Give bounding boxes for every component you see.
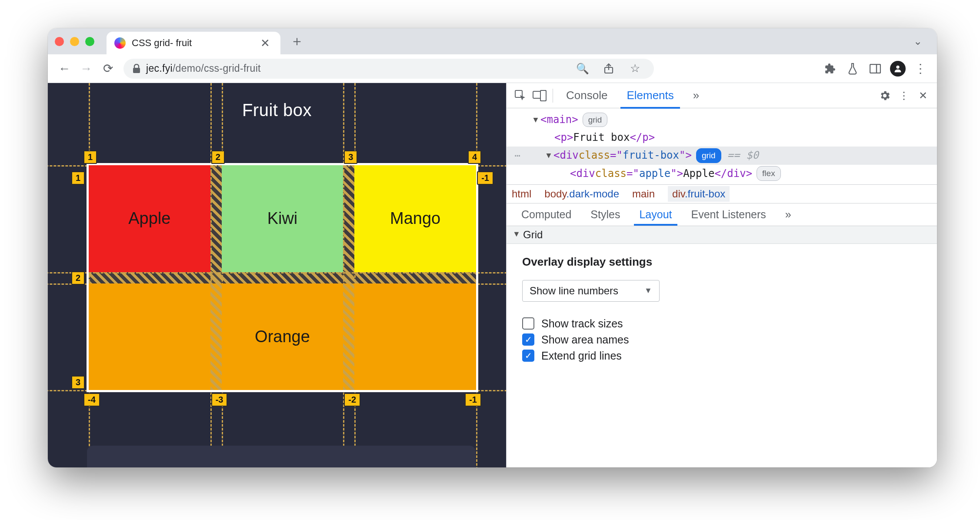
grid-badge[interactable]: grid	[583, 113, 608, 127]
line-number-chip: 4	[468, 150, 481, 164]
page-title: Fruit box	[48, 100, 506, 120]
tab-elements[interactable]: Elements	[617, 83, 683, 108]
share-icon[interactable]	[598, 58, 619, 79]
option-track-sizes[interactable]: Show track sizes	[522, 317, 921, 330]
grid-section-header[interactable]: ▼Grid	[507, 226, 937, 244]
more-subtabs-button[interactable]: »	[776, 204, 801, 225]
minimize-window-button[interactable]	[70, 37, 79, 46]
crumb-fruit-box[interactable]: div.fruit-box	[668, 186, 730, 202]
checkbox-checked[interactable]: ✓	[522, 333, 534, 346]
tabs-menu-button[interactable]: ⌄	[906, 35, 930, 47]
styles-subtabs: Computed Styles Layout Event Listeners »	[507, 203, 937, 226]
line-number-chip: 1	[71, 171, 85, 185]
toolbar: ← → ⟳ jec.fyi/demo/css-grid-fruit 🔍 ☆	[48, 54, 937, 83]
flex-badge[interactable]: flex	[757, 166, 781, 180]
inspect-element-icon[interactable]	[511, 86, 530, 105]
dom-row-main[interactable]: ▼<main>grid	[507, 111, 937, 129]
content-area: Fruit box Apple Kiwi Mango Orange	[48, 83, 937, 467]
line-number-chip: -2	[344, 393, 360, 407]
grid-line	[476, 83, 477, 467]
line-number-chip: 1	[83, 150, 97, 164]
line-number-chip: 3	[344, 150, 357, 164]
line-number-chip: -1	[465, 393, 481, 407]
rendered-page: Fruit box Apple Kiwi Mango Orange	[48, 83, 506, 467]
tab-strip: CSS grid- fruit ✕ ＋ ⌄	[48, 28, 937, 54]
svg-rect-7	[540, 90, 546, 101]
more-tabs-button[interactable]: »	[683, 83, 709, 108]
fullscreen-window-button[interactable]	[85, 37, 94, 46]
favicon-icon	[114, 37, 126, 49]
side-panel-button[interactable]	[865, 58, 886, 79]
labs-button[interactable]	[842, 58, 863, 79]
avatar-icon	[890, 61, 906, 77]
cell-apple: Apple	[89, 165, 210, 272]
cell-mango: Mango	[354, 165, 476, 272]
line-number-chip: 2	[211, 150, 225, 164]
crumb-html[interactable]: html	[512, 188, 531, 200]
breadcrumb: html body.dark-mode main div.fruit-box	[507, 184, 937, 203]
close-devtools-button[interactable]: ✕	[913, 86, 933, 105]
devtools-panel: Console Elements » ⋮ ✕ ▼<main>grid <p>Fr…	[506, 83, 937, 467]
close-window-button[interactable]	[55, 37, 64, 46]
devtools-tabs: Console Elements » ⋮ ✕	[507, 83, 937, 108]
line-number-chip: -3	[211, 393, 228, 407]
line-number-chip: -4	[83, 393, 100, 407]
grid-line	[48, 390, 506, 391]
svg-rect-0	[133, 68, 140, 73]
grid-overlay-stage: Apple Kiwi Mango Orange 1 2 3 4 1 2 3	[74, 150, 491, 405]
window-controls	[55, 37, 94, 46]
chevron-down-icon: ▼	[644, 286, 652, 295]
close-tab-button[interactable]: ✕	[258, 36, 273, 51]
checkbox-checked[interactable]: ✓	[522, 350, 534, 362]
lock-icon	[132, 64, 141, 73]
subtab-event-listeners[interactable]: Event Listeners	[682, 204, 776, 225]
svg-point-4	[896, 65, 899, 68]
tab-title: CSS grid- fruit	[132, 37, 252, 49]
cell-orange: Orange	[89, 283, 476, 390]
grid-panel: Overlay display settings Show line numbe…	[507, 244, 937, 377]
new-tab-button[interactable]: ＋	[285, 29, 309, 53]
reload-button[interactable]: ⟳	[97, 58, 118, 79]
browser-menu-button[interactable]: ⋮	[910, 58, 931, 79]
dom-row-fruit-box[interactable]: ⋯▼<div class="fruit-box">grid== $0	[507, 147, 937, 164]
crumb-main[interactable]: main	[632, 188, 655, 200]
line-number-chip: -1	[477, 171, 493, 185]
browser-tab[interactable]: CSS grid- fruit ✕	[107, 32, 280, 54]
devtools-menu-button[interactable]: ⋮	[894, 86, 913, 105]
tab-console[interactable]: Console	[557, 83, 617, 108]
grid-badge-active[interactable]: grid	[696, 148, 721, 163]
svg-rect-2	[870, 64, 880, 73]
line-number-chip: 3	[71, 376, 85, 389]
line-numbers-select[interactable]: Show line numbers▼	[522, 280, 660, 302]
extensions-button[interactable]	[820, 58, 840, 79]
back-button[interactable]: ←	[54, 58, 75, 79]
checkbox-unchecked[interactable]	[522, 317, 534, 330]
address-bar[interactable]: jec.fyi/demo/css-grid-fruit 🔍 ☆	[123, 59, 654, 79]
subtab-computed[interactable]: Computed	[512, 204, 581, 225]
option-area-names[interactable]: ✓ Show area names	[522, 333, 921, 346]
dom-row-apple[interactable]: <div class="apple">Apple</div>flex	[507, 165, 937, 183]
settings-icon[interactable]	[875, 86, 894, 105]
overlay-settings-title: Overlay display settings	[522, 255, 921, 269]
zoom-icon[interactable]: 🔍	[572, 58, 593, 79]
option-extend-lines[interactable]: ✓ Extend grid lines	[522, 350, 921, 362]
subtab-styles[interactable]: Styles	[581, 204, 630, 225]
subtab-layout[interactable]: Layout	[630, 204, 681, 225]
crumb-body[interactable]: body.dark-mode	[544, 188, 619, 200]
line-number-chip: 2	[71, 271, 85, 285]
dom-tree[interactable]: ▼<main>grid <p>Fruit box</p> ⋯▼<div clas…	[507, 108, 937, 184]
url-text: jec.fyi/demo/css-grid-fruit	[146, 63, 261, 74]
dom-row-p[interactable]: <p>Fruit box</p>	[507, 129, 937, 147]
bookmark-star-icon[interactable]: ☆	[624, 58, 645, 79]
cell-kiwi: Kiwi	[222, 165, 343, 272]
browser-window: CSS grid- fruit ✕ ＋ ⌄ ← → ⟳ jec.fyi/demo…	[48, 28, 937, 467]
forward-button[interactable]: →	[76, 58, 97, 79]
grid-gap	[89, 272, 476, 283]
next-card-peek	[87, 446, 476, 467]
profile-button[interactable]	[887, 58, 908, 79]
device-mode-icon[interactable]	[530, 86, 549, 105]
